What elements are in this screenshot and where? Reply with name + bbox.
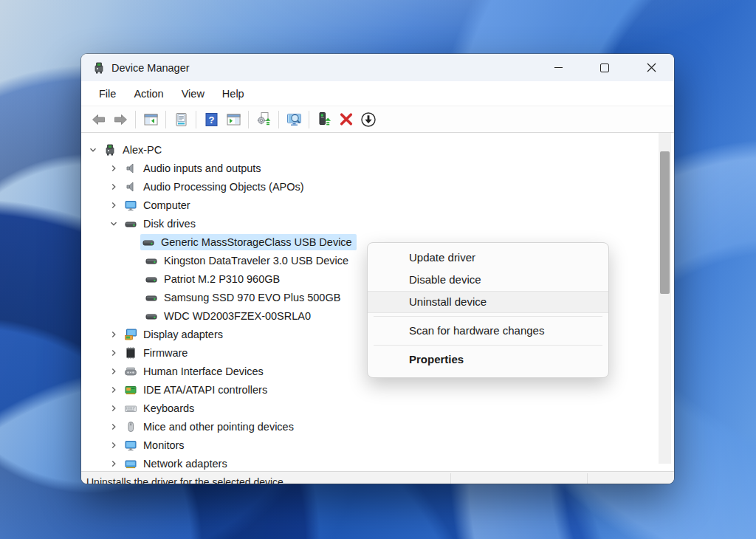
toolbar: ? (81, 106, 674, 133)
properties-list-icon (173, 112, 189, 127)
tree-label: Patriot M.2 P310 960GB (164, 273, 280, 285)
tree-label: Human Interface Devices (143, 365, 264, 377)
menu-help[interactable]: Help (215, 85, 252, 103)
tree-row[interactable]: Audio inputs and outputs (81, 159, 674, 177)
tree-row[interactable]: IDE ATA/ATAPI controllers (81, 380, 674, 399)
close-icon (647, 63, 656, 72)
tree-row[interactable]: Computer (81, 196, 674, 214)
chevron-right-icon[interactable] (108, 458, 120, 470)
desktop: Device Manager File Action View Help (0, 0, 756, 539)
action-pane-icon (226, 112, 241, 127)
tree-label: Disk drives (143, 218, 196, 230)
context-menu-separator (374, 316, 602, 317)
context-menu-item-update-driver[interactable]: Update driver (368, 247, 608, 269)
chevron-placeholder (128, 255, 140, 267)
maximize-icon (600, 63, 609, 72)
chevron-placeholder (128, 292, 140, 303)
help-icon: ? (204, 112, 219, 127)
show-console-tree-icon (143, 112, 159, 127)
forward-arrow-icon (113, 112, 128, 127)
context-menu-item-properties[interactable]: Properties (368, 349, 608, 371)
speaker-icon (124, 162, 137, 175)
minimize-button[interactable] (541, 54, 575, 81)
computer-pc-icon (103, 143, 117, 157)
status-divider (587, 473, 588, 484)
disable-device-button[interactable] (357, 109, 379, 130)
speaker-icon (124, 180, 137, 193)
disk-drive-icon (145, 272, 158, 286)
properties-button[interactable] (170, 109, 192, 130)
chevron-right-icon[interactable] (108, 384, 120, 396)
menu-view[interactable]: View (174, 85, 212, 103)
scrollbar-thumb[interactable] (660, 151, 670, 294)
disable-device-icon (360, 111, 377, 128)
uninstall-x-icon (338, 111, 354, 127)
chevron-right-icon[interactable] (108, 347, 120, 359)
chevron-down-icon[interactable] (87, 144, 99, 156)
tree-row[interactable]: Alex-PC (81, 140, 674, 159)
toolbar-separator (196, 111, 196, 128)
chevron-right-icon[interactable] (108, 329, 120, 340)
tree-row[interactable]: Mice and other pointing devices (81, 417, 674, 436)
tree-label: Firmware (143, 347, 188, 359)
update-device-button[interactable] (313, 109, 335, 130)
tree-row[interactable]: Audio Processing Objects (APOs) (81, 177, 674, 196)
close-button[interactable] (634, 54, 668, 81)
update-driver-button[interactable] (252, 109, 275, 130)
scan-hardware-icon (286, 111, 303, 127)
context-menu-item-scan-hardware[interactable]: Scan for hardware changes (368, 320, 608, 342)
tree-row[interactable]: Keyboards (81, 399, 674, 417)
tree-label: Kingston DataTraveler 3.0 USB Device (164, 255, 348, 267)
toolbar-separator (248, 111, 249, 128)
scan-hardware-button[interactable] (283, 109, 305, 130)
context-menu-item-disable-device[interactable]: Disable device (368, 269, 608, 291)
menu-action[interactable]: Action (126, 85, 171, 103)
help-button[interactable]: ? (200, 109, 222, 130)
status-bar: Uninstalls the driver for the selected d… (81, 471, 674, 484)
hid-gamepad-icon (124, 365, 137, 378)
svg-text:?: ? (208, 114, 214, 125)
chevron-right-icon[interactable] (108, 181, 120, 193)
tree-label: Network adapters (143, 458, 227, 470)
vertical-scrollbar[interactable] (659, 133, 671, 464)
chevron-right-icon[interactable] (108, 421, 120, 433)
tree-label: Mice and other pointing devices (143, 421, 294, 433)
action-pane-button[interactable] (222, 109, 244, 130)
tree-label: Display adapters (143, 329, 223, 340)
chevron-right-icon[interactable] (108, 439, 120, 451)
disk-drive-icon (145, 291, 158, 304)
update-device-icon (316, 111, 332, 127)
show-console-tree-button[interactable] (140, 109, 162, 130)
chevron-right-icon[interactable] (108, 365, 120, 377)
menu-bar: File Action View Help (81, 81, 674, 106)
context-menu-item-uninstall-device[interactable]: Uninstall device (368, 291, 608, 313)
disk-drive-icon (142, 236, 155, 249)
back-arrow-icon (91, 112, 106, 127)
minimize-icon (554, 67, 563, 68)
uninstall-button[interactable] (335, 109, 357, 130)
firmware-chip-icon (124, 346, 137, 360)
forward-button[interactable] (109, 109, 131, 130)
monitor-icon (124, 199, 137, 212)
title-bar: Device Manager (81, 54, 674, 81)
display-adapter-icon (124, 328, 137, 341)
back-button[interactable] (87, 109, 109, 130)
status-text: Uninstalls the driver for the selected d… (81, 476, 286, 484)
maximize-button[interactable] (588, 54, 622, 81)
monitor-icon (124, 439, 137, 452)
tree-row[interactable]: Disk drives (81, 214, 674, 233)
tree-row-clipped[interactable]: Network adapters (81, 454, 674, 471)
chevron-placeholder (128, 236, 140, 248)
tree-label: Generic MassStorageClass USB Device (161, 236, 352, 248)
chevron-right-icon[interactable] (108, 402, 120, 414)
tree-label: Keyboards (143, 402, 194, 414)
tree-label: Computer (143, 199, 190, 211)
tree-row[interactable]: Monitors (81, 436, 674, 454)
toolbar-separator (309, 111, 309, 128)
chevron-down-icon[interactable] (108, 218, 120, 230)
menu-file[interactable]: File (92, 85, 123, 103)
chevron-right-icon[interactable] (108, 162, 120, 174)
chevron-right-icon[interactable] (108, 199, 120, 211)
keyboard-icon (124, 402, 137, 415)
update-driver-files-icon (255, 111, 272, 127)
